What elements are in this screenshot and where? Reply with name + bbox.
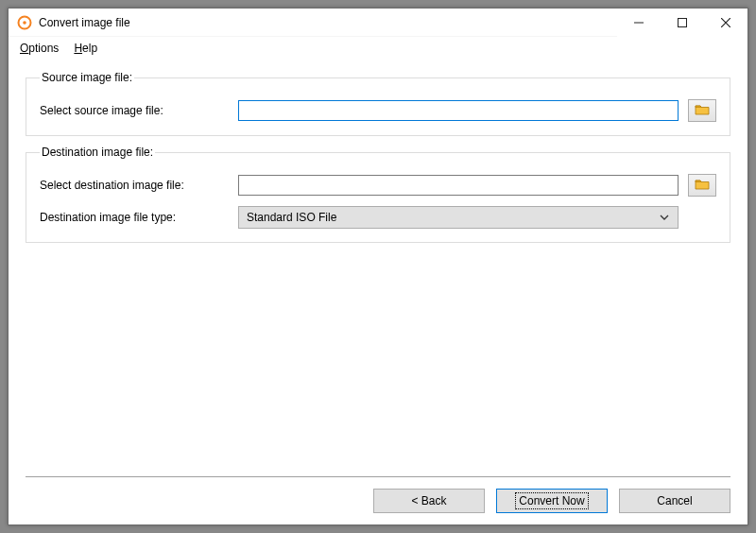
destination-legend: Destination image file:	[40, 146, 155, 159]
source-group: Source image file: Select source image f…	[26, 71, 730, 136]
destination-file-input[interactable]	[238, 175, 679, 196]
window-frame: Convert image file Options Help Source i…	[8, 8, 748, 525]
maximize-button[interactable]	[661, 9, 704, 37]
destination-type-label: Destination image file type:	[40, 211, 238, 224]
client-area: Source image file: Select source image f…	[9, 60, 747, 524]
destination-type-select[interactable]: Standard ISO File	[238, 206, 679, 229]
svg-point-1	[23, 21, 26, 25]
close-button[interactable]	[704, 9, 747, 37]
source-row: Select source image file:	[40, 99, 716, 122]
destination-browse-button[interactable]	[688, 174, 716, 197]
footer-separator	[26, 476, 730, 477]
source-browse-button[interactable]	[688, 99, 716, 122]
destination-select-label: Select destination image file:	[40, 179, 238, 192]
menu-help[interactable]: Help	[68, 40, 103, 57]
chevron-down-icon	[657, 215, 672, 220]
minimize-button[interactable]	[617, 9, 661, 37]
window-controls	[617, 9, 747, 36]
cancel-button[interactable]: Cancel	[619, 489, 730, 513]
svg-rect-2	[679, 19, 687, 27]
app-icon	[17, 15, 32, 30]
spacer	[26, 252, 730, 476]
source-select-label: Select source image file:	[40, 104, 238, 117]
folder-icon	[695, 103, 710, 119]
title-bar: Convert image file	[9, 9, 747, 37]
menu-bar: Options Help	[9, 37, 747, 60]
destination-file-row: Select destination image file:	[40, 174, 716, 197]
destination-type-value: Standard ISO File	[247, 211, 657, 224]
destination-group: Destination image file: Select destinati…	[26, 146, 730, 243]
folder-icon	[695, 178, 710, 194]
source-file-input[interactable]	[238, 100, 679, 121]
back-button[interactable]: < Back	[373, 489, 485, 513]
convert-now-button[interactable]: Convert Now	[496, 489, 608, 513]
footer-buttons: < Back Convert Now Cancel	[26, 483, 730, 515]
destination-type-row: Destination image file type: Standard IS…	[40, 206, 716, 229]
window-title: Convert image file	[39, 16, 130, 29]
menu-options[interactable]: Options	[14, 40, 64, 57]
source-legend: Source image file:	[40, 71, 134, 84]
